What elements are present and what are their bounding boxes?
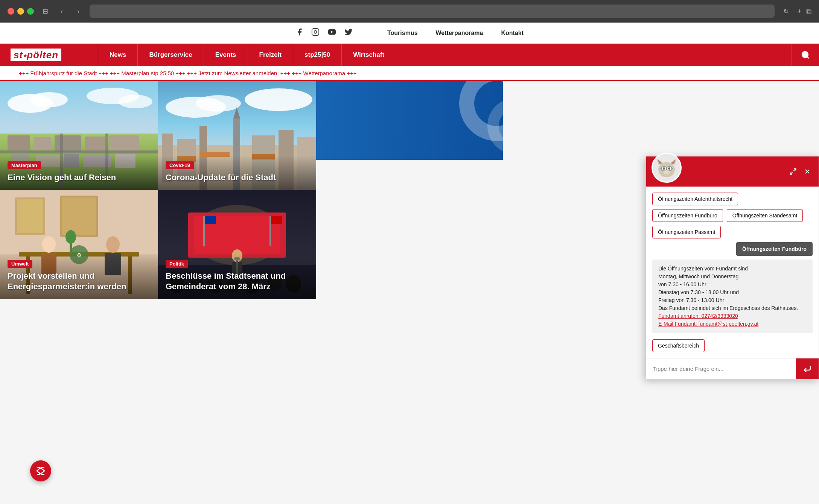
nav-item-buergerservice[interactable]: Bürgerservice (137, 44, 203, 66)
main-navigation: st★pölten News Bürgerservice Events Frei… (0, 44, 819, 66)
svg-point-26 (196, 95, 241, 112)
card3-overlay: Umwelt Projekt vorstellen und Energiespa… (0, 254, 158, 299)
card2-title: Corona-Update für die Stadt (166, 172, 309, 183)
chatbot-response-header: Öffnungszeiten Fundbüro (736, 242, 813, 256)
close-dot[interactable] (8, 8, 14, 15)
chatbot-float-button[interactable] (30, 460, 51, 481)
chatbot-response-body: Die Öffnungszeiten vom Fundamt sindMonta… (652, 260, 813, 333)
svg-point-56 (65, 230, 76, 244)
site-logo: st★pölten (11, 49, 61, 61)
svg-rect-76 (271, 216, 282, 224)
svg-rect-43 (17, 199, 43, 233)
response-link-email[interactable]: E-Mail Fundamt: fundamt@st-poelten.gv.at (658, 321, 758, 327)
chatbot-send-button[interactable] (796, 358, 819, 379)
new-tab-button[interactable]: + (797, 7, 802, 16)
news-card-umwelt[interactable]: ♻ Umwelt Projekt vorstellen und Energies… (0, 190, 158, 299)
chip-fundbuero[interactable]: Öffnungszeiten Fundbüro (652, 209, 723, 222)
card3-tag: Umwelt (8, 260, 32, 268)
nav-item-freizeit[interactable]: Freizeit (248, 44, 293, 66)
social-icons (295, 28, 353, 38)
nav-search-button[interactable] (792, 44, 819, 66)
refresh-button[interactable]: ↻ (781, 6, 791, 17)
content-area: Masterplan Eine Vision geht auf Reisen (0, 81, 819, 299)
twitter-icon[interactable] (344, 28, 353, 38)
top-nav-links: Tourismus Wetterpanorama Kontakt (387, 30, 524, 36)
facebook-icon[interactable] (295, 28, 304, 38)
svg-rect-14 (85, 137, 105, 151)
svg-point-27 (245, 88, 312, 111)
chip-standesamt[interactable]: Öffnungszeiten Standesamt (727, 209, 803, 222)
news-card-covid[interactable]: Covid-19 Corona-Update für die Stadt (158, 81, 316, 190)
kontakt-link[interactable]: Kontakt (501, 30, 524, 36)
card1-overlay: Masterplan Eine Vision geht auf Reisen (0, 155, 158, 190)
forward-button[interactable]: › (73, 6, 84, 17)
svg-point-87 (663, 167, 665, 170)
chatbot-body: Öffnungszeiten Aufenthaltsrecht Öffnungs… (646, 187, 819, 358)
svg-rect-13 (55, 135, 81, 152)
chatbot-close-button[interactable] (802, 166, 813, 177)
card4-title: Beschlüsse im Stadtsenat und Gemeinderat… (166, 271, 309, 291)
sidebar-toggle-button[interactable]: ⊟ (40, 6, 50, 17)
news-grid: Masterplan Eine Vision geht auf Reisen (0, 81, 316, 299)
chatbot-header-actions (788, 166, 813, 177)
website: Tourismus Wetterpanorama Kontakt st★pölt… (0, 23, 819, 504)
nav-item-stp2550[interactable]: stp25|50 (293, 44, 341, 66)
maximize-dot[interactable] (27, 8, 34, 15)
svg-rect-11 (8, 135, 30, 150)
svg-point-95 (664, 170, 670, 175)
nav-items: News Bürgerservice Events Freizeit stp25… (98, 44, 792, 66)
chatbot-avatar (652, 153, 682, 183)
youtube-icon[interactable] (327, 28, 337, 38)
address-bar[interactable] (90, 5, 775, 18)
duplicate-tab-button[interactable]: ⧉ (806, 7, 811, 16)
chatbot-header (646, 156, 819, 187)
top-bar: Tourismus Wetterpanorama Kontakt (0, 23, 819, 44)
nav-item-news[interactable]: News (98, 44, 137, 66)
response-link-phone[interactable]: Fundamt anrufen: 02742/3333020 (658, 313, 738, 319)
news-card-masterplan[interactable]: Masterplan Eine Vision geht auf Reisen (0, 81, 158, 190)
chatbot-input-area (646, 358, 819, 379)
svg-rect-73 (203, 216, 205, 246)
svg-rect-0 (312, 29, 319, 35)
back-button[interactable]: ‹ (56, 6, 67, 17)
chatbot-chips: Öffnungszeiten Aufenthaltsrecht (652, 193, 813, 205)
svg-point-7 (30, 92, 68, 107)
card1-title: Eine Vision geht auf Reisen (8, 172, 151, 183)
svg-line-92 (660, 168, 661, 169)
chatbot-input[interactable] (646, 360, 796, 378)
svg-point-3 (802, 52, 808, 58)
svg-point-51 (106, 236, 120, 253)
wetterpanorama-link[interactable]: Wetterpanorama (436, 30, 483, 36)
nav-item-wirtschaft[interactable]: Wirtschaft (341, 44, 396, 66)
chatbot-expand-button[interactable] (788, 166, 798, 177)
chip-passamt[interactable]: Öffnungszeiten Passamt (652, 226, 721, 238)
svg-point-88 (668, 167, 670, 170)
svg-rect-15 (109, 135, 139, 151)
svg-rect-74 (205, 216, 216, 224)
nav-item-events[interactable]: Events (204, 44, 248, 66)
tourismus-link[interactable]: Tourismus (387, 30, 418, 36)
svg-line-93 (672, 168, 673, 169)
svg-rect-12 (34, 137, 51, 150)
chip-aufenthaltsrecht[interactable]: Öffnungszeiten Aufenthaltsrecht (652, 193, 738, 205)
svg-rect-75 (269, 216, 271, 246)
minimize-dot[interactable] (17, 8, 24, 15)
browser-dots (8, 8, 34, 15)
news-card-politik[interactable]: Politik Beschlüsse im Stadtsenat und Gem… (158, 190, 316, 299)
card3-title: Projekt vorstellen und Energiesparmeiste… (8, 271, 151, 291)
card2-tag: Covid-19 (166, 161, 194, 169)
svg-point-49 (42, 236, 56, 253)
chatbot-chips-row2: Öffnungszeiten Fundbüro Öffnungszeiten S… (652, 209, 813, 222)
logo-area[interactable]: st★pölten (0, 44, 98, 66)
svg-rect-21 (0, 150, 158, 153)
news-ticker: +++ Frühjahrsputz für die Stadt +++ +++ … (0, 66, 819, 81)
chatbot-widget: Öffnungszeiten Aufenthaltsrecht Öffnungs… (646, 156, 819, 380)
card2-overlay: Covid-19 Corona-Update für die Stadt (158, 155, 316, 190)
response-text: Die Öffnungszeiten vom Fundamt sindMonta… (658, 266, 798, 311)
card1-tag: Masterplan (8, 161, 41, 169)
chatbot-geschaeftsbereich-chip[interactable]: Geschäftsbereich (652, 339, 705, 352)
chatbot-chips-row3: Öffnungszeiten Passamt (652, 226, 813, 238)
instagram-icon[interactable] (311, 28, 320, 38)
blue-banner (316, 81, 503, 160)
card4-overlay: Politik Beschlüsse im Stadtsenat und Gem… (158, 254, 316, 299)
